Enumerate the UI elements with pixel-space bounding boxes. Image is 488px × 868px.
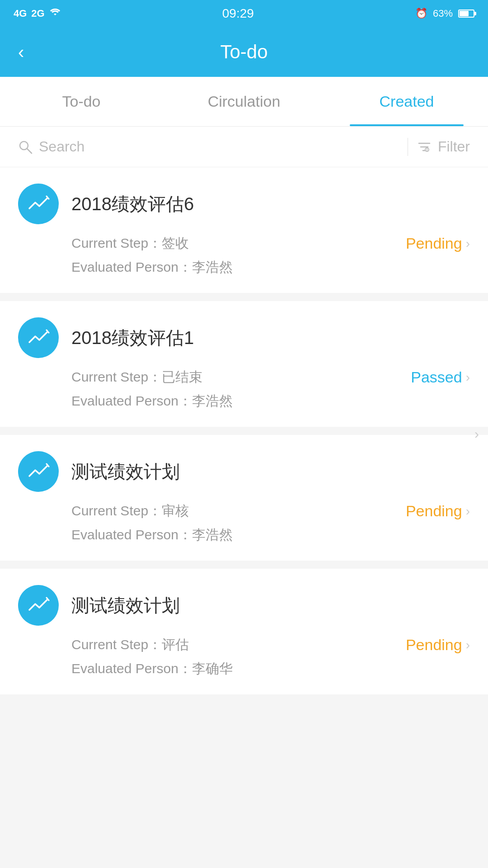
item-header-1: 2018绩效评估1 <box>18 317 470 358</box>
tabs-container: To-do Circulation Created › <box>0 77 488 127</box>
tab-todo-label: To-do <box>62 93 100 110</box>
back-button[interactable]: ‹ <box>18 43 24 61</box>
current-step-label-2: Current Step：审核 <box>71 502 189 520</box>
item-meta-1: Current Step：已结束 Passed › Evaluated Pers… <box>18 368 470 410</box>
item-icon-2 <box>18 451 59 492</box>
status-badge-1: Passed › <box>411 368 470 386</box>
battery-percent: 63% <box>433 8 453 19</box>
item-header-0: 2018绩效评估6 <box>18 184 470 224</box>
search-icon <box>18 140 33 154</box>
item-step-row-3: Current Step：评估 Pending › <box>71 636 470 654</box>
item-person-row-3: Evaluated Person：李确华 <box>71 660 470 678</box>
alarm-icon: ⏰ <box>415 8 427 19</box>
current-step-label-0: Current Step：签收 <box>71 234 189 253</box>
current-step-value-3: 评估 <box>162 637 189 652</box>
header: ‹ To-do <box>0 27 488 77</box>
item-title-3: 测试绩效计划 <box>71 593 180 618</box>
evaluated-person-value-3: 李确华 <box>192 661 233 676</box>
current-step-value-0: 签收 <box>162 236 189 250</box>
wifi-icon <box>49 8 61 19</box>
filter-label: Filter <box>438 138 470 155</box>
evaluated-person-value-1: 李浩然 <box>192 393 233 408</box>
status-bar: 4G 2G 09:29 ⏰ 63% <box>0 0 488 27</box>
evaluated-person-label-2: Evaluated Person：李浩然 <box>71 526 233 544</box>
tab-circulation-label: Circulation <box>208 93 281 110</box>
item-meta-0: Current Step：签收 Pending › Evaluated Pers… <box>18 234 470 277</box>
item-header-3: 测试绩效计划 <box>18 585 470 626</box>
item-step-row-1: Current Step：已结束 Passed › <box>71 368 470 387</box>
status-chevron-2: › <box>466 504 470 519</box>
item-step-row-0: Current Step：签收 Pending › <box>71 234 470 253</box>
tab-circulation[interactable]: Circulation <box>163 77 325 126</box>
status-badge-0: Pending › <box>406 235 470 252</box>
item-icon-3 <box>18 585 59 626</box>
signal-4g: 4G <box>14 8 27 19</box>
search-divider <box>408 138 408 156</box>
tab-arrow-icon: › <box>474 426 479 442</box>
current-step-value-1: 已结束 <box>162 369 202 384</box>
evaluated-person-value-0: 李浩然 <box>192 259 233 274</box>
item-meta-2: Current Step：审核 Pending › Evaluated Pers… <box>18 502 470 544</box>
tab-todo[interactable]: To-do <box>0 77 163 126</box>
current-step-value-2: 审核 <box>162 503 189 518</box>
list-container: 2018绩效评估6 Current Step：签收 Pending › Eval… <box>0 167 488 694</box>
search-placeholder: Search <box>39 138 84 155</box>
item-meta-3: Current Step：评估 Pending › Evaluated Pers… <box>18 636 470 678</box>
item-person-row-1: Evaluated Person：李浩然 <box>71 392 470 410</box>
status-chevron-1: › <box>466 370 470 385</box>
item-title-2: 测试绩效计划 <box>71 459 180 484</box>
list-item[interactable]: 2018绩效评估1 Current Step：已结束 Passed › Eval… <box>0 301 488 427</box>
item-person-row-0: Evaluated Person：李浩然 <box>71 258 470 277</box>
filter-section[interactable]: Filter <box>417 138 470 155</box>
item-header-2: 测试绩效计划 <box>18 451 470 492</box>
item-person-row-2: Evaluated Person：李浩然 <box>71 526 470 544</box>
item-icon-1 <box>18 317 59 358</box>
status-chevron-0: › <box>466 236 470 251</box>
evaluated-person-label-0: Evaluated Person：李浩然 <box>71 258 233 277</box>
list-item[interactable]: 测试绩效计划 Current Step：审核 Pending › Evaluat… <box>0 435 488 561</box>
search-bar: Search Filter <box>0 127 488 167</box>
evaluated-person-label-1: Evaluated Person：李浩然 <box>71 392 233 410</box>
status-badge-3: Pending › <box>406 636 470 654</box>
item-step-row-2: Current Step：审核 Pending › <box>71 502 470 520</box>
item-title-0: 2018绩效评估6 <box>71 192 194 217</box>
list-item[interactable]: 测试绩效计划 Current Step：评估 Pending › Evaluat… <box>0 569 488 694</box>
search-section[interactable]: Search <box>18 138 399 155</box>
battery-icon <box>458 9 474 18</box>
current-step-label-1: Current Step：已结束 <box>71 368 202 387</box>
status-right: ⏰ 63% <box>415 8 474 19</box>
item-icon-0 <box>18 184 59 224</box>
status-chevron-3: › <box>466 638 470 652</box>
signal-2g: 2G <box>31 8 44 19</box>
list-item[interactable]: 2018绩效评估6 Current Step：签收 Pending › Eval… <box>0 167 488 293</box>
filter-icon <box>417 140 432 154</box>
svg-line-1 <box>27 149 32 153</box>
signal-indicators: 4G 2G <box>14 8 61 19</box>
evaluated-person-label-3: Evaluated Person：李确华 <box>71 660 233 678</box>
status-badge-2: Pending › <box>406 502 470 520</box>
item-title-1: 2018绩效评估1 <box>71 326 194 350</box>
tab-created-label: Created <box>380 93 434 110</box>
status-time: 09:29 <box>222 6 254 21</box>
evaluated-person-value-2: 李浩然 <box>192 527 233 542</box>
header-title: To-do <box>220 41 267 63</box>
current-step-label-3: Current Step：评估 <box>71 636 189 654</box>
tab-created[interactable]: Created <box>325 77 488 126</box>
